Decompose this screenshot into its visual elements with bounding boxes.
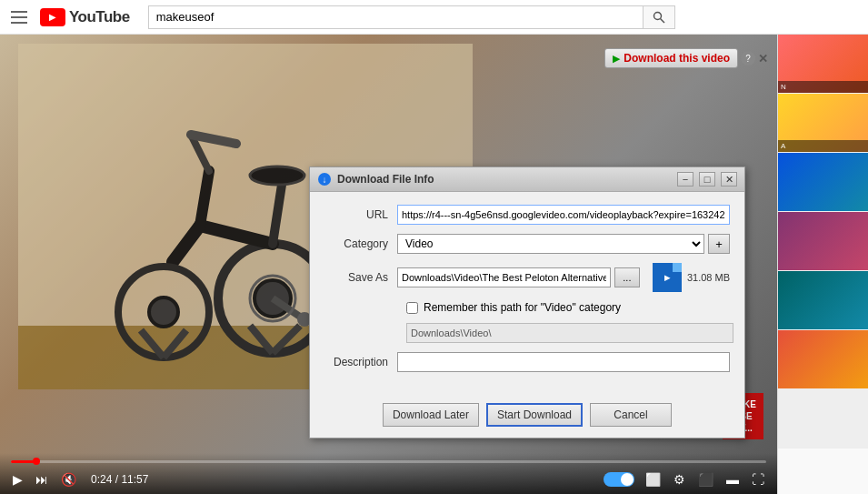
cancel-button[interactable]: Cancel (590, 403, 672, 427)
youtube-header: YouTube (0, 0, 868, 35)
url-label: URL (324, 208, 397, 221)
category-select[interactable]: Video (397, 234, 704, 254)
download-file-info-dialog: ↓ Download File Info − □ ✕ URL Categ (309, 166, 745, 439)
browse-button[interactable]: ... (614, 267, 640, 287)
save-as-controls: ... ▶ (397, 263, 682, 292)
dialog-icon: ↓ (317, 172, 332, 187)
start-download-button[interactable]: Start Download (486, 403, 583, 427)
menu-icon[interactable] (11, 11, 27, 24)
maximize-button[interactable]: □ (699, 172, 715, 187)
description-label: Description (324, 356, 397, 368)
youtube-logo-text: YouTube (69, 8, 130, 26)
youtube-logo: YouTube (40, 8, 130, 26)
description-row: Description (324, 352, 730, 372)
save-as-input-wrap: ... (397, 267, 640, 287)
save-as-row: Save As ... ▶ (324, 263, 730, 292)
category-label: Category (324, 237, 397, 250)
search-button[interactable] (643, 5, 675, 29)
svg-line-1 (660, 18, 664, 23)
description-input[interactable] (397, 352, 730, 372)
dialog-body: URL Category Video + (310, 192, 744, 396)
dialog-title: Download File Info (337, 173, 672, 186)
main-content: ▶ Download this video ? ✕ MAKE USE OF...… (0, 35, 868, 494)
dialog-titlebar: ↓ Download File Info − □ ✕ (310, 167, 744, 192)
svg-text:↓: ↓ (323, 175, 327, 185)
url-row: URL (324, 205, 730, 225)
remember-path-checkbox[interactable] (406, 302, 418, 314)
minimize-button[interactable]: − (677, 172, 693, 187)
download-later-button[interactable]: Download Later (383, 403, 479, 427)
file-icon-area: ▶ (653, 263, 682, 292)
url-input-wrap (397, 205, 730, 225)
save-as-label: Save As (324, 271, 397, 284)
search-input[interactable] (148, 5, 643, 29)
file-size: 31.08 MB (687, 272, 730, 283)
url-input[interactable] (397, 205, 730, 225)
description-control (397, 352, 730, 372)
dialog-footer: Download Later Start Download Cancel (310, 396, 744, 438)
remember-path-label: Remember this path for "Video" category (424, 301, 621, 314)
checkbox-row: Remember this path for "Video" category (406, 301, 730, 314)
save-as-container: ... ▶ (397, 263, 682, 292)
svg-point-0 (653, 12, 661, 19)
youtube-logo-icon (40, 8, 65, 26)
path-input[interactable] (406, 323, 733, 343)
add-category-button[interactable]: + (708, 234, 730, 254)
path-row (406, 323, 730, 343)
category-controls: Video + (397, 234, 730, 254)
search-bar (148, 5, 675, 29)
dialog-overlay: ↓ Download File Info − □ ✕ URL Categ (0, 35, 868, 494)
category-row: Category Video + (324, 234, 730, 254)
dialog-close-button[interactable]: ✕ (721, 172, 737, 187)
save-as-input[interactable] (397, 267, 611, 287)
file-icon: ▶ (653, 263, 682, 292)
